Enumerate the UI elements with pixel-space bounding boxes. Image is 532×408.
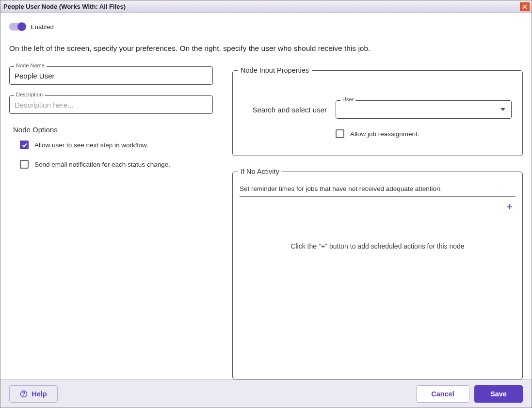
content-area: Enabled On the left of the screen, speci… — [0, 13, 532, 379]
empty-actions-message: Click the "+" button to add scheduled ac… — [240, 213, 516, 350]
node-input-properties-group: Node Input Properties Search and select … — [232, 66, 523, 156]
reassign-row: Allow job reassignment. — [336, 129, 512, 138]
save-button[interactable]: Save — [474, 385, 523, 403]
description-input[interactable] — [9, 95, 213, 114]
node-name-label: Node Name — [14, 63, 47, 68]
enabled-row: Enabled — [9, 20, 523, 33]
nip-legend: Node Input Properties — [238, 66, 312, 74]
chevron-down-icon — [500, 108, 505, 111]
enabled-toggle[interactable] — [9, 23, 26, 31]
svg-point-1 — [23, 395, 24, 396]
cancel-label: Cancel — [431, 390, 454, 398]
opt-email-checkbox[interactable] — [20, 160, 29, 169]
help-label: Help — [32, 390, 47, 398]
save-label: Save — [490, 390, 507, 398]
intro-text: On the left of the screen, specify your … — [9, 44, 523, 53]
opt-email-label: Send email notification for each status … — [34, 161, 170, 168]
description-label: Description — [14, 92, 45, 97]
noactivity-legend: If No Activity — [238, 168, 282, 175]
opt-email-row: Send email notification for each status … — [20, 160, 213, 169]
close-icon — [522, 4, 527, 9]
opt-allow-see-row: Allow user to see next step in workflow. — [20, 141, 213, 149]
dialog-window: People User Node (Works With: All Files)… — [0, 0, 532, 408]
description-field: Description — [9, 95, 213, 114]
window-title: People User Node (Works With: All Files) — [3, 3, 126, 10]
node-name-input[interactable] — [9, 66, 213, 85]
reassign-checkbox[interactable] — [336, 129, 344, 138]
help-button[interactable]: Help — [9, 385, 58, 403]
user-select[interactable] — [336, 100, 512, 119]
node-name-field: Node Name — [9, 66, 213, 85]
check-icon — [21, 142, 28, 148]
cancel-button[interactable]: Cancel — [416, 385, 469, 403]
enabled-label: Enabled — [31, 23, 54, 31]
add-action-button[interactable]: + — [503, 201, 516, 213]
user-field-label: User — [340, 96, 355, 102]
reminder-text: Set reminder times for jobs that have no… — [240, 185, 516, 197]
user-select-row: Search and select user User — [243, 100, 512, 119]
opt-allow-see-label: Allow user to see next step in workflow. — [34, 141, 148, 149]
close-button[interactable] — [520, 2, 530, 11]
search-select-label: Search and select user — [243, 106, 327, 114]
toggle-knob — [17, 22, 26, 31]
right-column: Node Input Properties Search and select … — [232, 66, 523, 379]
if-no-activity-group: If No Activity Set reminder times for jo… — [232, 168, 523, 379]
columns: Node Name Description Node Options Allow… — [9, 66, 523, 379]
reassign-label: Allow job reassignment. — [350, 130, 419, 138]
plus-icon: + — [506, 201, 513, 213]
node-options-title: Node Options — [13, 126, 213, 134]
footer: Help Cancel Save — [0, 379, 532, 408]
left-column: Node Name Description Node Options Allow… — [9, 66, 213, 379]
opt-allow-see-checkbox[interactable] — [20, 141, 29, 149]
help-icon — [20, 390, 28, 398]
user-select-wrap: User — [336, 100, 512, 119]
titlebar: People User Node (Works With: All Files) — [0, 0, 532, 13]
